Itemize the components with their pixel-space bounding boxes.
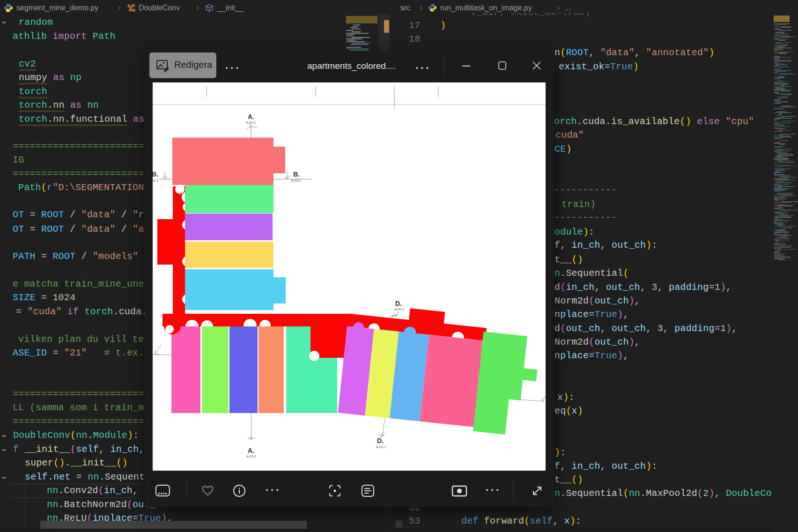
- svg-text:-02-1: -02-1: [153, 179, 158, 182]
- svg-text:A-02-1: A-02-1: [394, 308, 404, 311]
- svg-text:D.: D.: [377, 437, 384, 444]
- svg-text:D.: D.: [395, 300, 402, 307]
- svg-text:B.: B.: [153, 170, 158, 178]
- svg-text:A-02-1: A-02-1: [291, 179, 301, 182]
- svg-text:A-02-1: A-02-1: [246, 455, 256, 458]
- svg-text:A-02-1: A-02-1: [246, 121, 256, 124]
- svg-text:A.: A.: [248, 447, 254, 454]
- svg-text:A.: A.: [248, 113, 254, 120]
- svg-text:A-02-1: A-02-1: [376, 445, 386, 449]
- svg-text:B.: B.: [293, 170, 300, 178]
